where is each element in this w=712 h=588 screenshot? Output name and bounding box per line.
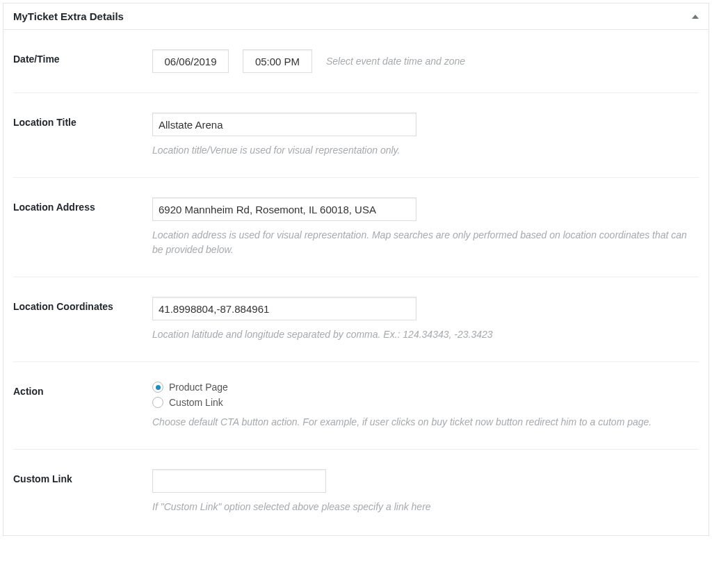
label-col: Custom Link [13,469,152,484]
field-col: Location latitude and longitude separate… [152,297,699,342]
radio-icon [152,382,163,393]
collapse-icon [692,15,699,19]
row-location-title: Location Title Location title/Venue is u… [13,93,699,178]
location-title-input[interactable] [152,113,416,136]
label-location-address: Location Address [13,202,95,213]
row-datetime: Date/Time Select event date time and zon… [13,30,699,93]
row-action: Action Product Page Custom Link Choose [13,362,699,450]
field-col: If "Custom Link" option selected above p… [152,469,699,514]
location-coordinates-input[interactable] [152,297,416,320]
field-col: Select event date time and zone [152,49,699,73]
panel-body: Date/Time Select event date time and zon… [3,30,709,535]
panel-title: MyTicket Extra Details [13,10,124,22]
custom-link-hint: If "Custom Link" option selected above p… [152,500,699,514]
date-input[interactable] [152,49,229,73]
datetime-hint: Select event date time and zone [326,56,465,67]
radio-option-custom-link[interactable]: Custom Link [152,397,699,408]
label-custom-link: Custom Link [13,473,72,484]
label-col: Date/Time [13,49,152,65]
label-col: Action [13,382,152,397]
location-address-input[interactable] [152,197,416,221]
location-coordinates-hint: Location latitude and longitude separate… [152,327,699,342]
label-location-title: Location Title [13,117,76,128]
location-title-hint: Location title/Venue is used for visual … [152,143,699,158]
radio-label-custom: Custom Link [169,397,223,408]
field-col: Location address is used for visual repr… [152,197,699,257]
row-location-address: Location Address Location address is use… [13,178,699,277]
panel-header[interactable]: MyTicket Extra Details [3,3,709,30]
time-input[interactable] [243,49,312,73]
radio-selected-icon [156,385,161,390]
label-action: Action [13,386,44,397]
label-datetime: Date/Time [13,54,60,65]
label-location-coordinates: Location Coordinates [13,301,113,312]
label-col: Location Title [13,113,152,128]
action-hint: Choose default CTA button action. For ex… [152,415,699,430]
field-col: Product Page Custom Link Choose default … [152,382,699,430]
radio-icon [152,397,163,408]
row-custom-link: Custom Link If "Custom Link" option sele… [13,450,699,514]
datetime-group: Select event date time and zone [152,49,699,73]
custom-link-input[interactable] [152,469,326,493]
action-radio-group: Product Page Custom Link [152,382,699,408]
radio-option-product-page[interactable]: Product Page [152,382,699,393]
myticket-panel: MyTicket Extra Details Date/Time Select … [3,3,709,536]
row-location-coordinates: Location Coordinates Location latitude a… [13,277,699,362]
location-address-hint: Location address is used for visual repr… [152,228,699,257]
field-col: Location title/Venue is used for visual … [152,113,699,158]
label-col: Location Address [13,197,152,213]
radio-label-product: Product Page [169,382,228,393]
label-col: Location Coordinates [13,297,152,312]
